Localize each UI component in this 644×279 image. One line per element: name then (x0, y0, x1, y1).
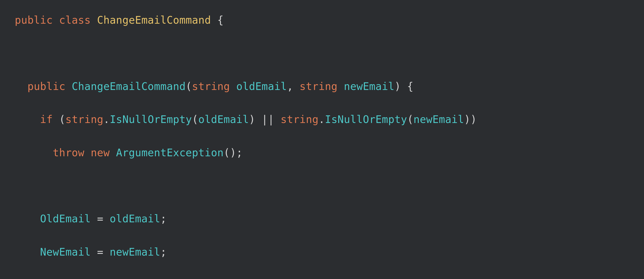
punct-open: ( (59, 113, 66, 125)
punct-comma: , (287, 80, 299, 92)
param-newEmail: newEmail (344, 80, 394, 92)
keyword-string2: string (300, 80, 344, 92)
code-line: } (15, 277, 477, 279)
punct-dot2: . (318, 113, 325, 125)
method-IsNullOrEmpty1: IsNullOrEmpty (110, 113, 192, 125)
keyword-class: class (59, 14, 97, 26)
classname-ChangeEmailCommand: ChangeEmailCommand (97, 14, 211, 26)
keyword-string4: string (281, 113, 318, 125)
code-line: OldEmail = oldEmail; (15, 210, 477, 227)
keyword-throw: throw (53, 147, 90, 159)
punct-p1: ( (192, 113, 198, 125)
empty-line (15, 45, 477, 61)
prop-NewEmail: NewEmail (40, 246, 91, 258)
keyword-string3: string (66, 113, 104, 125)
keyword-if: if (40, 113, 59, 125)
punct-semi1: (); (224, 147, 242, 159)
punct-semi2: ; (160, 213, 167, 225)
arg-newEmail: newEmail (414, 113, 464, 125)
punct-assign1: = (90, 213, 110, 225)
constructor-name: ChangeEmailCommand (72, 80, 186, 92)
punct-open-brace: { (211, 14, 224, 26)
prop-OldEmail: OldEmail (40, 213, 91, 225)
code-line: throw new ArgumentException(); (15, 144, 477, 161)
param-oldEmail: oldEmail (236, 80, 287, 92)
empty-line (15, 177, 477, 194)
punct-dot: . (104, 113, 110, 125)
arg-oldEmail: oldEmail (198, 113, 249, 125)
punct-paren: ( (186, 80, 192, 92)
keyword-string: string (192, 80, 236, 92)
keyword-new: new (91, 147, 116, 159)
val-newEmail: newEmail (110, 246, 160, 258)
punct-close-paren-brace: ) { (394, 80, 413, 92)
code-line: NewEmail = newEmail; (15, 244, 477, 260)
punct-p2: ( (407, 113, 414, 125)
code-line: if (string.IsNullOrEmpty(oldEmail) || st… (15, 111, 477, 128)
code-line: public ChangeEmailCommand(string oldEmai… (15, 78, 477, 95)
keyword-public: public (27, 80, 72, 92)
punct-semi3: ; (160, 246, 167, 258)
val-oldEmail: oldEmail (110, 213, 160, 225)
method-IsNullOrEmpty2: IsNullOrEmpty (325, 113, 407, 125)
code-line: public class ChangeEmailCommand { (15, 12, 477, 28)
keyword-public: public (15, 14, 59, 26)
code-container: public class ChangeEmailCommand { public… (0, 0, 644, 279)
punct-assign2: = (90, 246, 110, 258)
exception-name: ArgumentException (116, 147, 224, 159)
code-block: public class ChangeEmailCommand { public… (15, 12, 477, 279)
punct-or: ) || (249, 113, 281, 125)
punct-close-double: )) (464, 113, 476, 125)
